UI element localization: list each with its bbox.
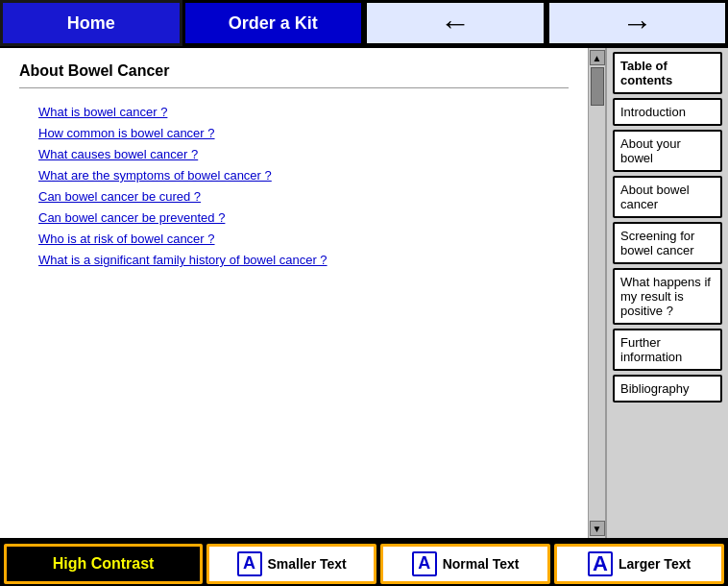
toc-list-item: What are the symptoms of bowel cancer ? (38, 166, 569, 183)
smaller-text-icon: A (237, 551, 262, 576)
scroll-up-arrow[interactable]: ▲ (590, 50, 605, 65)
toc-link[interactable]: What causes bowel cancer ? (38, 147, 198, 161)
scroll-down-arrow[interactable]: ▼ (590, 521, 605, 536)
back-button[interactable]: ← (364, 0, 546, 46)
right-sidebar: Table of contentsIntroductionAbout your … (605, 48, 728, 538)
toc-link[interactable]: What are the symptoms of bowel cancer ? (38, 168, 272, 183)
sidebar-item[interactable]: About bowel cancer (613, 176, 722, 218)
normal-text-label: Normal Text (443, 556, 520, 572)
table-of-contents-list: What is bowel cancer ?How common is bowe… (19, 103, 569, 268)
toc-link[interactable]: Who is at risk of bowel cancer ? (38, 232, 215, 246)
toc-link[interactable]: What is bowel cancer ? (38, 105, 167, 119)
larger-text-button[interactable]: A Larger Text (554, 544, 724, 584)
smaller-text-button[interactable]: A Smaller Text (206, 544, 376, 584)
larger-text-icon: A (588, 551, 613, 576)
toc-list-item: Who is at risk of bowel cancer ? (38, 230, 569, 247)
toc-list-item: Can bowel cancer be prevented ? (38, 208, 569, 226)
larger-text-label: Larger Text (619, 556, 691, 572)
normal-text-icon: A (412, 551, 437, 576)
heading-divider (19, 87, 569, 88)
toc-link[interactable]: How common is bowel cancer ? (38, 126, 215, 140)
scrollbar[interactable]: ▲ ▼ (588, 48, 605, 538)
toc-link[interactable]: What is a significant family history of … (38, 253, 328, 267)
main-wrapper: About Bowel Cancer What is bowel cancer … (0, 48, 728, 538)
sidebar-item[interactable]: Screening for bowel cancer (613, 222, 722, 264)
sidebar-item[interactable]: Bibliography (613, 375, 722, 403)
sidebar-item[interactable]: What happens if my result is positive ? (613, 268, 722, 325)
order-kit-button[interactable]: Order a Kit (182, 0, 365, 46)
toc-link[interactable]: Can bowel cancer be cured ? (38, 189, 201, 204)
toc-list-item: What is a significant family history of … (38, 251, 569, 268)
smaller-text-label: Smaller Text (268, 556, 347, 572)
toc-list-item: Can bowel cancer be cured ? (38, 187, 569, 205)
toc-link[interactable]: Can bowel cancer be prevented ? (38, 210, 225, 225)
toc-list-item: What causes bowel cancer ? (38, 145, 569, 162)
home-button[interactable]: Home (0, 0, 182, 46)
bottom-bar: High Contrast A Smaller Text A Normal Te… (0, 538, 728, 586)
sidebar-item[interactable]: Table of contents (613, 52, 722, 94)
toc-list-item: What is bowel cancer ? (38, 103, 569, 120)
back-arrow-icon: ← (440, 6, 471, 41)
top-navigation: Home Order a Kit ← → (0, 0, 728, 48)
toc-list-item: How common is bowel cancer ? (38, 124, 569, 141)
high-contrast-label: High Contrast (53, 555, 155, 573)
sidebar-item[interactable]: About your bowel (613, 130, 722, 172)
page-title: About Bowel Cancer (19, 62, 569, 80)
scroll-thumb[interactable] (591, 67, 604, 106)
content-panel: About Bowel Cancer What is bowel cancer … (0, 48, 588, 538)
sidebar-item[interactable]: Introduction (613, 98, 722, 126)
high-contrast-button[interactable]: High Contrast (4, 544, 203, 584)
sidebar-item[interactable]: Further information (613, 329, 722, 371)
normal-text-button[interactable]: A Normal Text (380, 544, 550, 584)
forward-button[interactable]: → (546, 0, 729, 46)
forward-arrow-icon: → (621, 6, 652, 41)
